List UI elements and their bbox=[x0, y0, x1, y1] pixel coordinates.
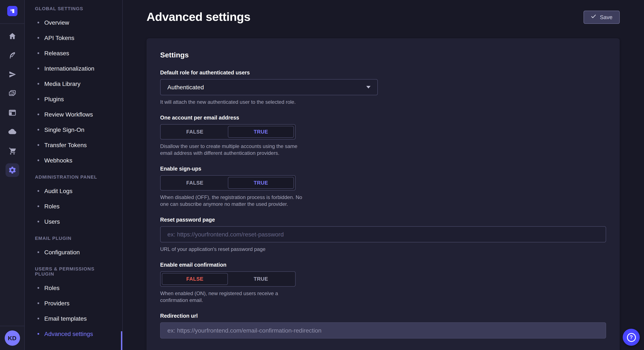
content-manager-icon[interactable] bbox=[5, 106, 19, 120]
bullet-icon bbox=[38, 22, 39, 23]
check-icon bbox=[591, 14, 596, 20]
sidebar-item-transfer-tokens[interactable]: Transfer Tokens bbox=[25, 137, 122, 153]
sidebar-item-label: API Tokens bbox=[44, 34, 74, 41]
bullet-icon bbox=[38, 83, 39, 85]
sidebar-item-single-sign-on[interactable]: Single Sign-On bbox=[25, 122, 122, 137]
email-confirmation-toggle[interactable]: FALSE TRUE bbox=[160, 271, 296, 287]
select-value: Authenticated bbox=[168, 84, 204, 91]
sidebar-item-plugins[interactable]: Plugins bbox=[25, 91, 122, 107]
sidebar-item-up-roles[interactable]: Roles bbox=[25, 280, 122, 296]
nav-section-heading: USERS & PERMISSIONS PLUGIN bbox=[25, 266, 122, 276]
chevron-down-icon bbox=[366, 86, 370, 88]
sidebar-item-label: Media Library bbox=[44, 80, 80, 87]
sidebar-item-label: Single Sign-On bbox=[44, 126, 84, 133]
send-icon[interactable] bbox=[5, 68, 19, 81]
sidebar-item-label: Roles bbox=[44, 203, 60, 210]
sidebar-item-api-tokens[interactable]: API Tokens bbox=[25, 30, 122, 45]
sidebar-item-label: Overview bbox=[44, 19, 69, 26]
settings-card: Settings Default role for authenticated … bbox=[146, 38, 620, 350]
sidebar-item-label: Advanced settings bbox=[44, 331, 93, 337]
marketplace-icon[interactable] bbox=[5, 144, 19, 158]
bullet-icon bbox=[38, 205, 39, 207]
rail-footer: KD bbox=[0, 326, 24, 350]
enable-signups-toggle[interactable]: FALSE TRUE bbox=[160, 175, 296, 190]
reset-password-page-input[interactable] bbox=[160, 226, 606, 242]
avatar[interactable]: KD bbox=[4, 331, 20, 346]
media-library-icon[interactable] bbox=[5, 87, 19, 100]
bullet-icon bbox=[38, 302, 39, 304]
nav-section-heading: ADMINISTRATION PANEL bbox=[25, 174, 122, 179]
toggle-false-option[interactable]: FALSE bbox=[162, 126, 228, 138]
sidebar-item-media-library[interactable]: Media Library bbox=[25, 76, 122, 91]
bullet-icon bbox=[38, 287, 39, 289]
save-button-label: Save bbox=[600, 14, 612, 20]
toggle-false-option[interactable]: FALSE bbox=[162, 273, 228, 285]
sidebar-item-label: Audit Logs bbox=[44, 187, 72, 194]
sidebar-item-admin-users[interactable]: Users bbox=[25, 214, 122, 229]
redirection-url-input[interactable] bbox=[160, 322, 606, 339]
field-label: Redirection url bbox=[160, 313, 606, 319]
sidebar-item-audit-logs[interactable]: Audit Logs bbox=[25, 183, 122, 199]
bullet-icon bbox=[38, 318, 39, 319]
field-hint: It will attach the new authenticated use… bbox=[160, 99, 606, 105]
sidebar-item-advanced-settings[interactable]: Advanced settings bbox=[25, 326, 122, 342]
sidebar-item-label: Review Workflows bbox=[44, 111, 93, 118]
help-button[interactable]: ? bbox=[623, 329, 640, 346]
default-role-select[interactable]: Authenticated bbox=[160, 79, 378, 95]
bullet-icon bbox=[38, 98, 39, 100]
field-hint: Disallow the user to create multiple acc… bbox=[160, 143, 302, 157]
sidebar-item-label: Roles bbox=[44, 285, 60, 291]
bullet-icon bbox=[38, 52, 39, 54]
toggle-true-option[interactable]: TRUE bbox=[228, 177, 294, 189]
one-account-toggle[interactable]: FALSE TRUE bbox=[160, 124, 296, 140]
save-button[interactable]: Save bbox=[584, 10, 620, 24]
workspace-logo-button[interactable] bbox=[0, 0, 24, 24]
field-reset-password-page: Reset password page URL of your applicat… bbox=[160, 217, 606, 253]
nav-section-heading: GLOBAL SETTINGS bbox=[25, 6, 122, 11]
field-email-confirmation: Enable email confirmation FALSE TRUE Whe… bbox=[160, 262, 606, 304]
field-label: Enable email confirmation bbox=[160, 262, 606, 268]
sidebar-item-label: Providers bbox=[44, 300, 70, 307]
bullet-icon bbox=[38, 190, 39, 192]
subnav-scrollbar[interactable] bbox=[121, 331, 122, 350]
cloud-icon[interactable] bbox=[5, 125, 19, 139]
field-label: Reset password page bbox=[160, 217, 606, 223]
sidebar-item-webhooks[interactable]: Webhooks bbox=[25, 153, 122, 168]
sidebar-item-overview[interactable]: Overview bbox=[25, 15, 122, 30]
field-enable-signups: Enable sign-ups FALSE TRUE When disabled… bbox=[160, 166, 606, 207]
sidebar-item-email-templates[interactable]: Email templates bbox=[25, 311, 122, 326]
sidebar-item-admin-roles[interactable]: Roles bbox=[25, 199, 122, 214]
home-icon[interactable] bbox=[5, 29, 19, 43]
bullet-icon bbox=[38, 68, 39, 69]
field-default-role: Default role for authenticated users Aut… bbox=[160, 70, 606, 105]
sidebar-item-releases[interactable]: Releases bbox=[25, 45, 122, 61]
toggle-true-option[interactable]: TRUE bbox=[228, 273, 294, 285]
icon-rail: KD bbox=[0, 0, 25, 350]
sidebar-item-label: Transfer Tokens bbox=[44, 142, 87, 149]
bullet-icon bbox=[38, 144, 39, 146]
main-content: Advanced settings Save Settings Default … bbox=[123, 0, 644, 350]
field-hint: When disabled (OFF), the registration pr… bbox=[160, 194, 302, 207]
toggle-false-option[interactable]: FALSE bbox=[162, 177, 228, 189]
feather-icon[interactable] bbox=[5, 48, 19, 62]
sidebar-item-internationalization[interactable]: Internationalization bbox=[25, 61, 122, 76]
settings-card-heading: Settings bbox=[160, 51, 606, 59]
sidebar-item-label: Users bbox=[44, 218, 60, 225]
page-header: Advanced settings Save bbox=[146, 10, 620, 24]
sidebar-item-label: Configuration bbox=[44, 249, 80, 256]
bullet-icon bbox=[38, 333, 39, 335]
sidebar-item-providers[interactable]: Providers bbox=[25, 296, 122, 311]
bullet-icon bbox=[38, 37, 39, 39]
sidebar-item-label: Internationalization bbox=[44, 65, 94, 72]
page-title: Advanced settings bbox=[146, 10, 250, 24]
sidebar-item-review-workflows[interactable]: Review Workflows bbox=[25, 107, 122, 122]
sidebar-item-label: Releases bbox=[44, 50, 69, 57]
field-label: Enable sign-ups bbox=[160, 166, 606, 172]
bullet-icon bbox=[38, 160, 39, 161]
sidebar-item-email-configuration[interactable]: Configuration bbox=[25, 245, 122, 260]
settings-icon[interactable] bbox=[5, 163, 19, 177]
toggle-true-option[interactable]: TRUE bbox=[228, 126, 294, 138]
field-label: One account per email address bbox=[160, 115, 606, 121]
sidebar-item-label: Webhooks bbox=[44, 157, 72, 164]
field-hint: When enabled (ON), new registered users … bbox=[160, 290, 302, 304]
